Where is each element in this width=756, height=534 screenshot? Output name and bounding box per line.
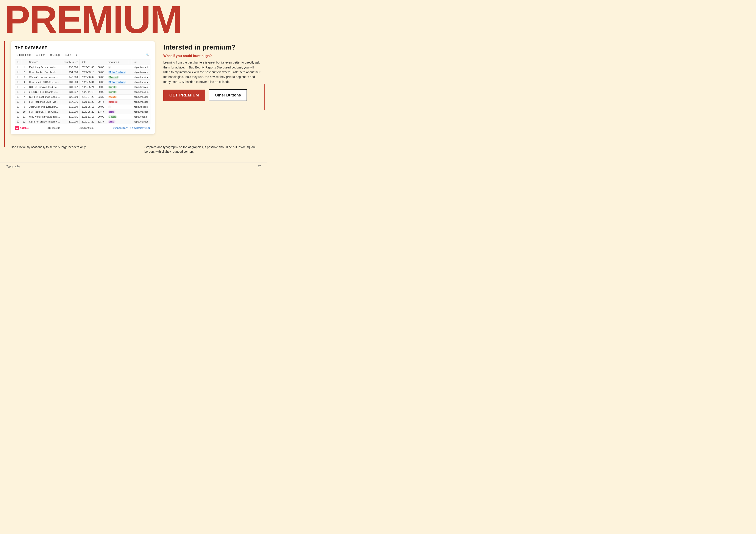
rows-icon: ≡ — [76, 53, 77, 56]
row-url[interactable]: https://ian.sh/ — [132, 65, 150, 70]
col-program[interactable]: program ▾ — [106, 60, 128, 65]
airtable-icon: A — [15, 126, 19, 130]
row-program: Google — [106, 114, 128, 119]
row-num: 6 — [21, 89, 27, 94]
row-name: How I hacked Facebook: Pa... — [27, 70, 62, 75]
row-time: 00:00 — [96, 104, 106, 109]
row-checkbox[interactable]: ☐ — [15, 94, 21, 99]
footer-page-number: 17 — [258, 165, 261, 168]
row-program: Google — [106, 85, 128, 89]
rows-btn[interactable]: ≡ — [74, 53, 79, 57]
row-bounty: $12,000 — [62, 109, 80, 114]
row-program: Google — [106, 89, 128, 94]
row-url[interactable]: https://hacker — [132, 99, 150, 104]
sub-heading: What if you could hunt bugs? — [163, 54, 261, 58]
row-checkbox[interactable]: ☐ — [15, 104, 21, 109]
row-program: Microsoft — [106, 75, 128, 80]
row-url-col — [128, 99, 132, 104]
col-checkbox[interactable]: ☐ — [15, 60, 21, 65]
row-url-col — [128, 119, 132, 124]
table-row[interactable]: ☐ 6 31k$ SSRF in Google Cloud... $31,337… — [15, 89, 150, 94]
table-row[interactable]: ☐ 7 SSRF in Exchange leads to ... $25,00… — [15, 94, 150, 99]
page-footer: Typography 17 — [0, 163, 267, 170]
row-checkbox[interactable]: ☐ — [15, 85, 21, 89]
row-checkbox[interactable]: ☐ — [15, 70, 21, 75]
table-row[interactable]: ☐ 3 When it's not only about a ... $40,0… — [15, 75, 150, 80]
row-date: 2020-03-22 — [80, 119, 96, 124]
row-bounty: $15,000 — [62, 104, 80, 109]
row-date: 2022-01-06 — [80, 65, 96, 70]
row-time: 00:00 — [96, 80, 106, 85]
row-url[interactable]: https://feed.b — [132, 114, 150, 119]
table-row[interactable]: ☐ 11 URL whitelist bypass in htt... $10,… — [15, 114, 150, 119]
table-row[interactable]: ☐ 12 SSRF on project import via ... $10,… — [15, 119, 150, 124]
search-btn[interactable]: 🔍 — [145, 53, 150, 57]
row-date: 2021-11-17 — [80, 114, 96, 119]
table-row[interactable]: ☐ 8 Full Response SSRF via Goo... $17,57… — [15, 99, 150, 104]
other-buttons-button[interactable]: Other Buttons — [209, 89, 247, 101]
row-url[interactable]: https://infosec — [132, 70, 150, 75]
row-checkbox[interactable]: ☐ — [15, 75, 21, 80]
row-checkbox[interactable]: ☐ — [15, 80, 21, 85]
row-checkbox[interactable]: ☐ — [15, 119, 21, 124]
row-url-col — [128, 104, 132, 109]
row-checkbox[interactable]: ☐ — [15, 99, 21, 104]
row-url-col — [128, 94, 132, 99]
row-url[interactable]: https://hacker — [132, 94, 150, 99]
row-name: 31k$ SSRF in Google Cloud... — [27, 89, 62, 94]
row-checkbox[interactable]: ☐ — [15, 89, 21, 94]
table-row[interactable]: ☐ 5 RCE in Google Cloud Deplo... $31,337… — [15, 85, 150, 89]
premium-header-section: PREMIUM — [0, 0, 267, 37]
get-premium-button[interactable]: GET PREMIUM — [163, 89, 205, 101]
more-btn[interactable]: ··· — [81, 53, 86, 57]
col-name[interactable]: Name ▾ — [27, 60, 62, 65]
left-column: THE DATABASE ⊘ Hide fields ⚌ Filter ▦ Gr… — [11, 41, 155, 134]
table-row[interactable]: ☐ 1 Exploiting Redash instance... $90,00… — [15, 65, 150, 70]
row-num: 2 — [21, 70, 27, 75]
interested-heading: Intersted in premium? — [163, 43, 261, 51]
row-num: 11 — [21, 114, 27, 119]
download-csv-btn[interactable]: Download CSV — [113, 127, 127, 129]
row-program: Meta / Facebook — [106, 70, 128, 75]
row-url-col — [128, 80, 132, 85]
table-row[interactable]: ☐ 9 Just Gopher It: Escalating a ... $15… — [15, 104, 150, 109]
hide-fields-btn[interactable]: ⊘ Hide fields — [15, 53, 33, 57]
group-btn[interactable]: ▦ Group — [48, 53, 61, 57]
row-name: When it's not only about a ... — [27, 75, 62, 80]
row-bounty: $90,000 — [62, 65, 80, 70]
view-larger-btn[interactable]: ✦ View larger version — [130, 127, 150, 129]
table-row[interactable]: ☐ 4 How I made $31500 by sub... $31,500 … — [15, 80, 150, 85]
row-url[interactable]: https://mediur — [132, 80, 150, 85]
col-num — [21, 60, 27, 65]
row-url[interactable]: https://sirleerc — [132, 104, 150, 109]
row-date: 2020-05-20 — [80, 109, 96, 114]
row-url[interactable]: https://hacker — [132, 109, 150, 114]
database-card: THE DATABASE ⊘ Hide fields ⚌ Filter ▦ Gr… — [11, 41, 155, 134]
row-url-col — [128, 109, 132, 114]
filter-btn[interactable]: ⚌ Filter — [35, 53, 46, 57]
group-icon: ▦ — [50, 53, 52, 56]
row-date: 2021-11-22 — [80, 99, 96, 104]
right-column: Intersted in premium? What if you could … — [163, 41, 261, 101]
table-row[interactable]: ☐ 2 How I hacked Facebook: Pa... $54,580… — [15, 70, 150, 75]
row-checkbox[interactable]: ☐ — [15, 109, 21, 114]
sort-btn[interactable]: ↕ Sort — [63, 53, 72, 57]
row-url[interactable]: https://mediur — [132, 75, 150, 80]
row-url[interactable]: https://www.e — [132, 85, 150, 89]
db-footer-left: A Airtable — [15, 126, 29, 130]
row-checkbox[interactable]: ☐ — [15, 114, 21, 119]
row-url[interactable]: https://hacker — [132, 119, 150, 124]
table-row[interactable]: ☐ 10 Full Read SSRF on Gitlab's l... $12… — [15, 109, 150, 114]
row-bounty: $25,000 — [62, 94, 80, 99]
search-icon: 🔍 — [146, 53, 149, 56]
row-url[interactable]: https://nechus — [132, 89, 150, 94]
premium-title: PREMIUM — [4, 2, 263, 37]
col-date[interactable]: date — [80, 60, 96, 65]
row-bounty: $17,576 — [62, 99, 80, 104]
row-date: 2021-05-17 — [80, 104, 96, 109]
row-name: SSRF on project import via ... — [27, 119, 62, 124]
col-bounty[interactable]: bounty [u... ▾ — [62, 60, 80, 65]
row-checkbox[interactable]: ☐ — [15, 65, 21, 70]
col-url — [128, 60, 132, 65]
row-date: 2021-03-18 — [80, 70, 96, 75]
